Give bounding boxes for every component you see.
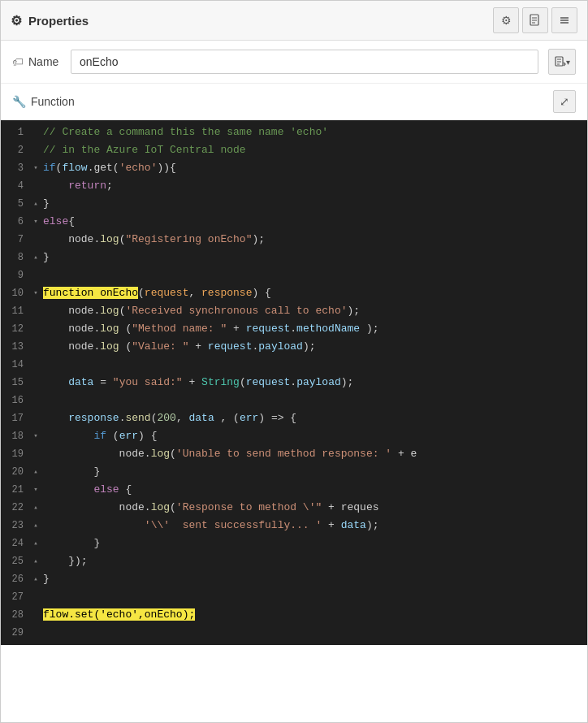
code-line: 23 ▴ '\\' sent successfully... ' + data)…	[1, 517, 587, 535]
name-label: 🏷 Name	[12, 55, 61, 68]
name-row: 🏷 Name ▾	[1, 41, 587, 84]
code-line: 24 ▴ }	[1, 535, 587, 552]
code-line: 1 // Create a command this the same name…	[1, 123, 587, 141]
panel-title: Properties	[28, 14, 89, 28]
code-line: 16	[1, 392, 587, 409]
code-line: 2 // in the Azure IoT Central node	[1, 141, 587, 159]
code-line: 7 node.log("Registering onEcho");	[1, 231, 587, 249]
function-label: 🔧 Function	[12, 95, 75, 108]
name-input[interactable]	[71, 50, 538, 74]
code-line: 18 ▾ if (err) {	[1, 427, 587, 445]
code-line: 25 ▴ });	[1, 552, 587, 570]
code-line: 14	[1, 356, 587, 374]
settings-button[interactable]: ⚙	[493, 7, 519, 33]
doc-button[interactable]	[522, 7, 548, 33]
code-line: 21 ▾ else {	[1, 481, 587, 499]
code-line: 22 ▴ node.log('Response to method \'" + …	[1, 499, 587, 517]
code-line: 13 node.log ("Value: " + request.payload…	[1, 338, 587, 356]
code-line: 4 return;	[1, 177, 587, 195]
panel-toolbar: ⚙	[493, 7, 577, 33]
gear-icon: ⚙	[11, 13, 22, 28]
code-line: 29	[1, 624, 587, 642]
name-book-button[interactable]: ▾	[548, 49, 576, 75]
code-line: 10 ▾ function onEcho(request, response) …	[1, 284, 587, 302]
code-line: 19 node.log('Unable to send method respo…	[1, 445, 587, 463]
code-line: 26 ▴ }	[1, 570, 587, 588]
code-line: 17 response.send(200, data , (err) => {	[1, 409, 587, 427]
function-label-text: Function	[31, 95, 75, 108]
panel-title-area: ⚙ Properties	[11, 13, 89, 28]
code-line: 11 node.log('Received synchronous call t…	[1, 302, 587, 320]
properties-panel: ⚙ Properties ⚙	[0, 0, 588, 723]
code-line: 6 ▾ else{	[1, 213, 587, 231]
wrench-icon: 🔧	[12, 95, 26, 108]
tag-icon: 🏷	[12, 55, 24, 68]
code-line: 15 data = "you said:" + String(request.p…	[1, 374, 587, 392]
function-header: 🔧 Function ⤢	[1, 84, 587, 120]
code-line: 27	[1, 588, 587, 606]
code-editor[interactable]: 1 // Create a command this the same name…	[1, 120, 587, 645]
code-line: 12 node.log ("Method name: " + request.m…	[1, 320, 587, 338]
code-line: 5 ▴ }	[1, 195, 587, 213]
code-line: 20 ▴ }	[1, 463, 587, 481]
code-line: 28 flow.set('echo',onEcho);	[1, 606, 587, 624]
code-line: 9	[1, 266, 587, 284]
expand-button[interactable]: ⤢	[553, 90, 576, 113]
menu-button[interactable]	[551, 7, 577, 33]
code-line: 3 ▾ if(flow.get('echo')){	[1, 159, 587, 177]
name-label-text: Name	[28, 55, 58, 68]
code-line: 8 ▴ }	[1, 249, 587, 266]
function-section: 🔧 Function ⤢ 1 // Create a command this …	[1, 84, 587, 645]
panel-header: ⚙ Properties ⚙	[1, 1, 587, 41]
